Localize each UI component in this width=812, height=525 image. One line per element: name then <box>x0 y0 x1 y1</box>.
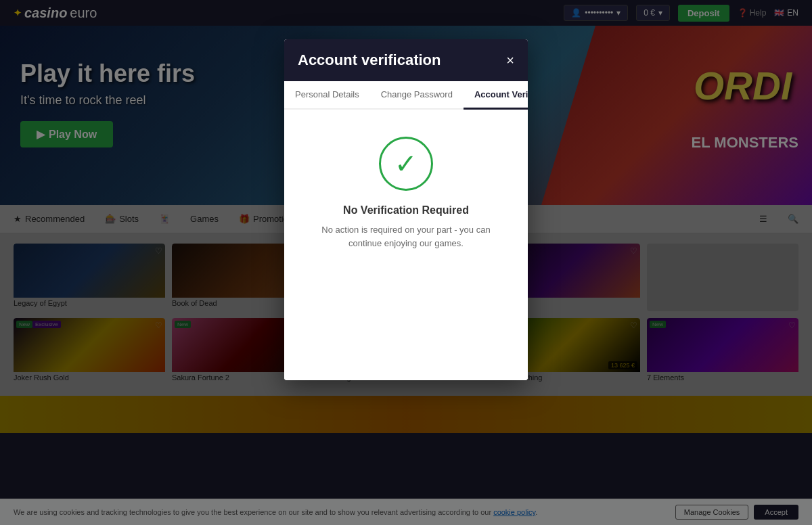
tab-personal-details-label: Personal Details <box>295 89 359 99</box>
modal-close-button[interactable]: × <box>506 53 514 67</box>
modal-tabs: Personal Details Change Password Account… <box>284 81 528 110</box>
modal-header: Account verification × <box>284 39 528 81</box>
tab-account-verification[interactable]: Account Verification <box>464 81 528 110</box>
verification-status-title: No Verification Required <box>343 204 469 216</box>
modal-title: Account verification <box>298 51 441 69</box>
checkmark-icon: ✓ <box>394 150 418 177</box>
tab-personal-details[interactable]: Personal Details <box>284 81 370 110</box>
tab-account-verification-label: Account Verification <box>474 89 528 99</box>
tab-change-password[interactable]: Change Password <box>370 81 464 110</box>
modal-body: ✓ No Verification Required No action is … <box>284 110 528 380</box>
verification-status-icon: ✓ <box>379 137 433 191</box>
tab-change-password-label: Change Password <box>381 89 453 99</box>
account-verification-modal: Account verification × Personal Details … <box>284 39 528 380</box>
verification-status-desc: No action is required on your part - you… <box>321 223 490 250</box>
